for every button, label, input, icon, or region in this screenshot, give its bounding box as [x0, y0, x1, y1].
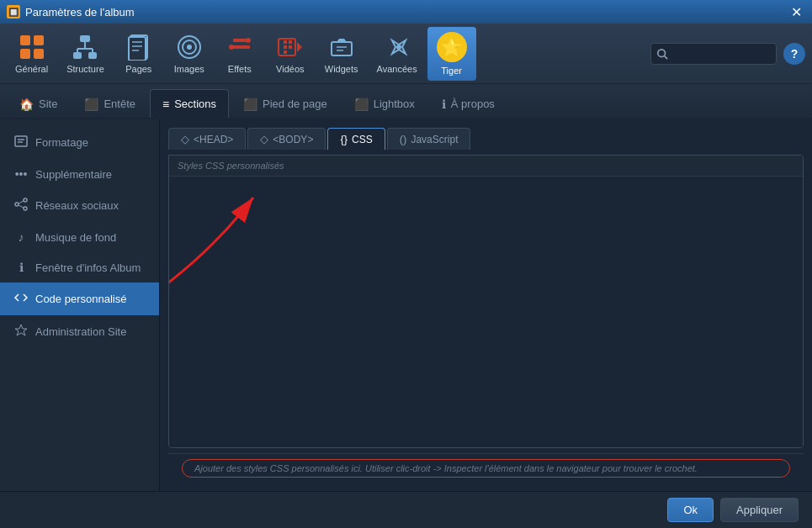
videos-icon — [277, 34, 304, 61]
musique-icon: ♪ — [13, 230, 29, 244]
toolbar-label-images: Images — [174, 64, 204, 74]
svg-point-22 — [229, 45, 234, 50]
entete-tab-icon: ⬛ — [84, 98, 98, 111]
tab-sections-label: Sections — [174, 98, 216, 110]
formatage-icon — [13, 135, 29, 150]
svg-rect-30 — [332, 42, 352, 55]
sidebar-item-supplementaire[interactable]: ••• Supplémentaire — [0, 159, 159, 189]
tab-entete[interactable]: ⬛ Entête — [72, 89, 148, 118]
sidebar-label-musique: Musique de fond — [35, 231, 116, 244]
tab-pied[interactable]: ⬛ Pied de page — [231, 89, 340, 118]
svg-line-36 — [665, 55, 668, 59]
tabs-row: 🏠 Site ⬛ Entête ≡ Sections ⬛ Pied de pag… — [0, 84, 812, 119]
tab-site[interactable]: 🏠 Site — [7, 89, 70, 118]
svg-marker-31 — [337, 39, 347, 42]
toolbar-item-avancees[interactable]: Avancées — [369, 29, 426, 79]
sidebar-label-admin: Administration Site — [35, 325, 126, 338]
svg-rect-2 — [20, 49, 30, 59]
svg-rect-26 — [284, 45, 287, 49]
css-subtab-icon: {} — [340, 133, 348, 145]
svg-rect-0 — [20, 35, 30, 45]
toolbar-item-effets[interactable]: Effets — [215, 29, 264, 79]
svg-rect-25 — [289, 40, 292, 44]
sub-tab-body[interactable]: ◇ <BODY> — [247, 128, 326, 150]
head-subtab-icon: ◇ — [181, 133, 189, 145]
body-subtab-icon: ◇ — [260, 133, 268, 145]
tab-site-label: Site — [39, 98, 57, 110]
general-icon — [19, 34, 45, 61]
code-label: Styles CSS personnalisés — [169, 156, 803, 177]
footer: Ok Appliquer — [0, 491, 812, 528]
images-icon — [176, 34, 203, 61]
sub-tab-head-label: <HEAD> — [194, 134, 233, 145]
avancees-icon — [384, 34, 411, 61]
sub-tab-css-label: CSS — [352, 134, 373, 145]
tiger-icon: ⭐ — [437, 32, 467, 62]
svg-rect-4 — [80, 35, 90, 42]
supplementaire-icon: ••• — [13, 167, 29, 181]
toolbar-item-images[interactable]: Images — [165, 29, 214, 79]
toolbar-label-general: Général — [15, 64, 48, 74]
tab-lightbox[interactable]: ⬛ Lightbox — [342, 89, 427, 118]
apply-button[interactable]: Appliquer — [720, 498, 799, 522]
sub-tab-head[interactable]: ◇ <HEAD> — [168, 128, 246, 150]
code-editor[interactable] — [169, 177, 803, 447]
sidebar-item-fenetre[interactable]: ℹ Fenêtre d'infos Album — [0, 252, 159, 282]
sidebar-item-admin[interactable]: Administration Site — [0, 315, 159, 348]
tab-entete-label: Entête — [103, 98, 135, 110]
ok-button[interactable]: Ok — [667, 498, 714, 522]
svg-rect-28 — [284, 50, 287, 54]
toolbar-item-general[interactable]: Général — [7, 29, 56, 79]
svg-rect-3 — [34, 49, 44, 59]
svg-point-18 — [187, 45, 192, 50]
site-tab-icon: 🏠 — [19, 98, 34, 111]
toolbar-right: ? — [650, 43, 805, 65]
sidebar-label-reseaux: Réseaux sociaux — [35, 199, 119, 212]
sidebar: Formatage ••• Supplémentaire Réseaux soc… — [0, 119, 160, 491]
svg-rect-12 — [129, 37, 146, 61]
admin-icon — [13, 324, 29, 340]
sidebar-label-supplementaire: Supplémentaire — [35, 168, 112, 181]
toolbar-item-videos[interactable]: Vidéos — [266, 29, 315, 79]
sidebar-label-fenetre: Fenêtre d'infos Album — [35, 261, 141, 274]
sub-tab-js-label: JavaScript — [411, 134, 458, 145]
lightbox-tab-icon: ⬛ — [354, 98, 369, 111]
sub-tab-body-label: <BODY> — [273, 134, 313, 145]
sidebar-item-reseaux[interactable]: Réseaux sociaux — [0, 189, 159, 222]
svg-rect-24 — [284, 40, 287, 44]
svg-point-21 — [246, 38, 251, 43]
help-button[interactable]: ? — [783, 43, 805, 65]
toolbar-item-structure[interactable]: Structure — [58, 29, 113, 79]
tab-lightbox-label: Lightbox — [374, 98, 415, 110]
tab-apropos[interactable]: ℹ À propos — [429, 89, 507, 118]
sub-tabs: ◇ <HEAD> ◇ <BODY> {} CSS () JavaScript — [168, 128, 804, 150]
toolbar-item-pages[interactable]: Pages — [114, 29, 163, 79]
svg-point-41 — [15, 203, 19, 206]
status-text: Ajouter des styles CSS personnalisés ici… — [182, 459, 790, 478]
tab-sections[interactable]: ≡ Sections — [150, 89, 229, 118]
apropos-tab-icon: ℹ — [442, 98, 446, 111]
toolbar-label-videos: Vidéos — [276, 64, 304, 74]
toolbar-label-widgets: Widgets — [325, 64, 358, 74]
search-box[interactable] — [650, 43, 777, 65]
svg-rect-6 — [88, 52, 97, 59]
sub-tab-css[interactable]: {} CSS — [327, 128, 385, 150]
sections-tab-icon: ≡ — [162, 98, 169, 111]
toolbar-item-widgets[interactable]: Widgets — [316, 29, 367, 79]
svg-rect-27 — [289, 45, 292, 49]
toolbar-item-tiger[interactable]: ⭐ Tiger — [427, 27, 476, 81]
title-bar-app-icon: 🔲 — [7, 5, 20, 18]
svg-line-44 — [19, 205, 24, 208]
toolbar-label-tiger: Tiger — [441, 66, 462, 76]
svg-rect-37 — [15, 136, 27, 146]
structure-icon — [72, 34, 98, 61]
sidebar-item-formatage[interactable]: Formatage — [0, 126, 159, 159]
pages-icon — [125, 34, 152, 61]
toolbar-label-avancees: Avancées — [377, 64, 417, 74]
sub-tab-js[interactable]: () JavaScript — [387, 128, 471, 150]
sidebar-item-code[interactable]: Code personnalisé — [0, 282, 159, 315]
sidebar-item-musique[interactable]: ♪ Musique de fond — [0, 222, 159, 252]
close-button[interactable]: ✕ — [787, 3, 805, 21]
svg-rect-1 — [34, 35, 44, 45]
main-panel: ◇ <HEAD> ◇ <BODY> {} CSS () JavaScript S… — [160, 119, 812, 491]
